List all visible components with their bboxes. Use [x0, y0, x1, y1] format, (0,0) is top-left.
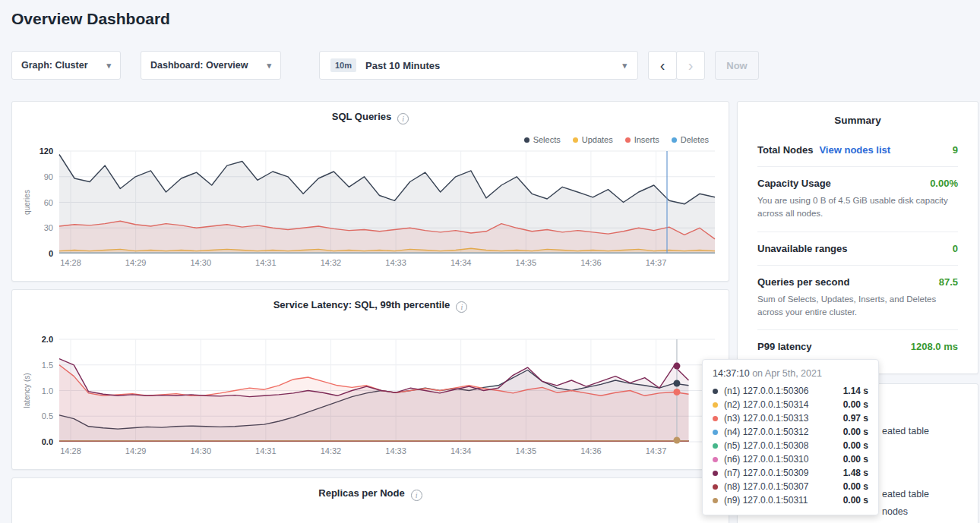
chevron-down-icon: ▾	[106, 61, 111, 71]
svg-text:14:33: 14:33	[385, 258, 406, 267]
svg-text:14:30: 14:30	[190, 258, 211, 267]
time-next-button[interactable]: ›	[676, 51, 705, 80]
svg-text:2.0: 2.0	[42, 335, 53, 344]
svg-text:14:32: 14:32	[321, 446, 342, 455]
svg-text:14:29: 14:29	[125, 446, 147, 455]
svg-text:14:28: 14:28	[60, 446, 81, 455]
svg-text:queries: queries	[23, 190, 31, 215]
chart-title: Replicas per Nodei	[12, 487, 729, 501]
node-latency-value: 1.48 s	[843, 468, 868, 478]
tooltip-node-row: (n1) 127.0.0.1:50306 1.14 s	[713, 384, 868, 398]
sql-queries-chart-panel: SQL Queriesi Selects Updates Inserts Del…	[11, 101, 729, 282]
svg-text:14:34: 14:34	[450, 258, 472, 267]
dashboard-selector-label: Dashboard: Overview	[150, 60, 248, 71]
chevron-right-icon: ›	[688, 58, 694, 73]
svg-text:14:37: 14:37	[646, 446, 667, 455]
time-prev-button[interactable]: ‹	[648, 51, 677, 80]
node-address: (n4) 127.0.0.1:50312	[724, 427, 836, 437]
view-nodes-list-link[interactable]: View nodes list	[819, 144, 890, 156]
service-latency-chart[interactable]: 0.00.51.01.52.014:2814:2914:3014:3114:32…	[12, 290, 730, 471]
svg-text:14:33: 14:33	[385, 446, 406, 455]
replicas-chart-title: Replicas per Node	[318, 487, 404, 499]
page-title: Overview Dashboard	[11, 10, 170, 28]
node-address: (n9) 127.0.0.1:50311	[724, 495, 836, 506]
series-color-dot-icon	[713, 457, 718, 462]
graph-selector-dropdown[interactable]: Graph: Cluster ▾	[11, 51, 121, 80]
svg-text:14:34: 14:34	[450, 446, 472, 455]
svg-text:14:29: 14:29	[125, 258, 147, 267]
dashboard-selector-dropdown[interactable]: Dashboard: Overview ▾	[141, 51, 281, 80]
series-color-dot-icon	[713, 389, 718, 394]
node-latency-value: 0.00 s	[843, 440, 868, 451]
tooltip-node-row: (n8) 127.0.0.1:50307 0.00 s	[713, 480, 868, 493]
tooltip-date: on Apr 5th, 2021	[752, 368, 822, 379]
chart-hover-tooltip: 14:37:10 on Apr 5th, 2021 (n1) 127.0.0.1…	[702, 359, 879, 515]
tooltip-node-row: (n6) 127.0.0.1:50310 0.00 s	[713, 452, 868, 466]
node-latency-value: 0.00 s	[843, 399, 868, 410]
svg-text:1.0: 1.0	[42, 386, 53, 395]
svg-text:90: 90	[44, 172, 53, 181]
tooltip-node-row: (n5) 127.0.0.1:50308 0.00 s	[713, 439, 868, 452]
node-address: (n6) 127.0.0.1:50310	[724, 454, 836, 465]
svg-text:60: 60	[44, 198, 53, 207]
node-latency-value: 0.00 s	[843, 495, 868, 506]
svg-text:14:31: 14:31	[255, 258, 277, 267]
svg-text:14:28: 14:28	[60, 258, 81, 267]
tooltip-node-rows: (n1) 127.0.0.1:50306 1.14 s (n2) 127.0.0…	[713, 384, 868, 507]
info-icon[interactable]: i	[411, 490, 422, 501]
summary-row-total-nodes: Total Nodes View nodes list 9	[757, 134, 958, 167]
node-latency-value: 0.00 s	[843, 454, 868, 465]
total-nodes-value: 9	[953, 144, 958, 156]
unavailable-ranges-value: 0	[953, 243, 958, 254]
svg-text:14:32: 14:32	[321, 258, 342, 267]
svg-text:120: 120	[40, 147, 53, 156]
capacity-label: Capacity Usage	[757, 178, 831, 189]
node-latency-value: 0.00 s	[843, 481, 868, 492]
series-color-dot-icon	[713, 402, 718, 408]
time-window-selector[interactable]: 10m Past 10 Minutes ▾	[319, 51, 638, 80]
summary-row-capacity: Capacity Usage 0.00% You are using 0 B o…	[757, 167, 958, 232]
graph-selector-label: Graph: Cluster	[21, 60, 88, 71]
svg-text:14:31: 14:31	[255, 446, 277, 455]
now-button[interactable]: Now	[715, 51, 759, 80]
node-address: (n1) 127.0.0.1:50306	[724, 386, 836, 396]
node-address: (n3) 127.0.0.1:50313	[724, 413, 836, 424]
tooltip-time: 14:37:10	[713, 368, 750, 379]
svg-text:14:35: 14:35	[516, 258, 537, 267]
series-color-dot-icon	[713, 471, 718, 476]
tooltip-timestamp: 14:37:10 on Apr 5th, 2021	[713, 368, 868, 379]
p99-latency-label: P99 latency	[757, 341, 812, 352]
svg-text:14:37: 14:37	[646, 258, 667, 267]
series-color-dot-icon	[713, 416, 718, 421]
node-latency-value: 0.00 s	[843, 427, 868, 437]
p99-latency-value: 1208.0 ms	[911, 341, 958, 352]
tooltip-node-row: (n9) 127.0.0.1:50311 0.00 s	[713, 493, 868, 507]
capacity-value: 0.00%	[930, 178, 958, 189]
event-text-fragment: eated table	[882, 489, 929, 499]
time-window-badge: 10m	[330, 58, 356, 72]
chevron-down-icon: ▾	[622, 61, 627, 71]
chevron-down-icon: ▾	[267, 61, 271, 71]
node-address: (n2) 127.0.0.1:50314	[724, 399, 836, 410]
series-color-dot-icon	[713, 430, 718, 435]
tooltip-node-row: (n2) 127.0.0.1:50314 0.00 s	[713, 398, 868, 411]
summary-title: Summary	[757, 102, 958, 134]
time-window-label: Past 10 Minutes	[365, 60, 440, 71]
chevron-left-icon: ‹	[660, 58, 665, 73]
sql-queries-chart[interactable]: 030609012014:2814:2914:3014:3114:3214:33…	[12, 102, 730, 282]
qps-description: Sum of Selects, Updates, Inserts, and De…	[757, 293, 958, 320]
node-address: (n8) 127.0.0.1:50307	[724, 481, 836, 492]
svg-text:0.0: 0.0	[42, 437, 53, 446]
replicas-per-node-chart-panel: Replicas per Nodei	[11, 477, 729, 523]
total-nodes-label: Total Nodes	[757, 144, 813, 156]
tooltip-node-row: (n4) 127.0.0.1:50312 0.00 s	[713, 425, 868, 439]
event-text-fragment: nodes	[882, 506, 908, 517]
event-text-fragment: eated table	[882, 426, 929, 436]
overview-dashboard-page: Overview Dashboard Graph: Cluster ▾ Dash…	[0, 0, 980, 523]
service-latency-chart-panel: Service Latency: SQL, 99th percentilei 0…	[11, 289, 729, 470]
tooltip-node-row: (n3) 127.0.0.1:50313 0.97 s	[713, 411, 868, 425]
summary-panel: Summary Total Nodes View nodes list 9 Ca…	[737, 101, 978, 374]
svg-text:0.5: 0.5	[42, 411, 53, 421]
qps-label: Queries per second	[757, 276, 849, 288]
capacity-description: You are using 0 B of 4.5 GiB usable disk…	[757, 194, 958, 221]
